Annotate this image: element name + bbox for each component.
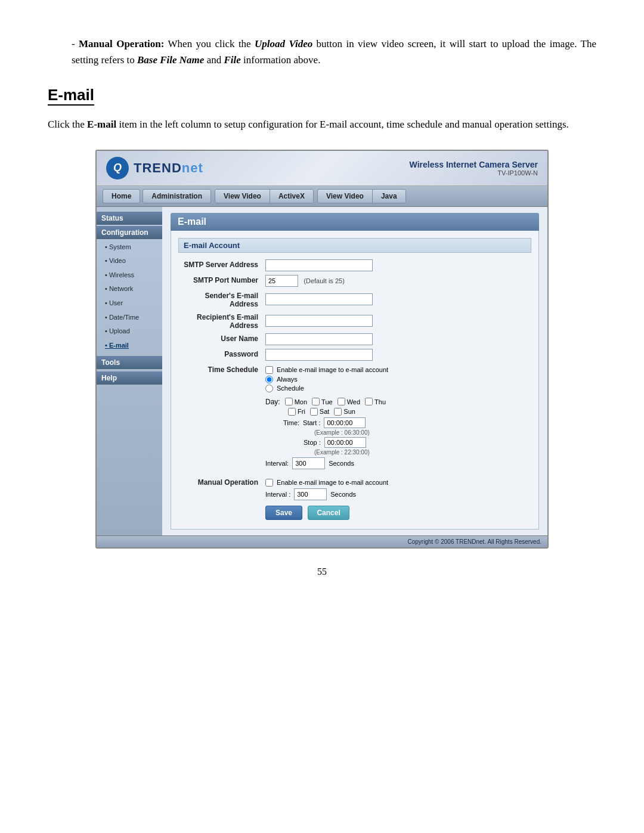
smtp-server-input[interactable] <box>265 259 373 271</box>
day-label: Day: <box>265 398 280 406</box>
time-schedule-value: Enable e-mail image to e-mail account Al… <box>262 363 531 475</box>
enable-email-checkbox[interactable] <box>265 366 273 374</box>
manual-operation-row: Manual Operation Enable e-mail image to … <box>178 475 531 504</box>
interval-input[interactable] <box>292 457 325 469</box>
password-row: Password <box>178 347 531 363</box>
desc-prefix: Click the <box>48 119 87 130</box>
start-label: Start : <box>303 419 320 426</box>
smtp-port-value-cell: (Default is 25) <box>262 273 531 289</box>
start-time-input[interactable] <box>324 417 366 428</box>
view-video-activex-button[interactable]: View Video <box>215 190 270 203</box>
sun-checkbox[interactable] <box>334 408 342 416</box>
intro-paragraph: - Manual Operation: When you click the U… <box>48 36 596 68</box>
always-radio[interactable] <box>265 376 273 383</box>
product-info: Wireless Internet Camera Server TV-IP100… <box>410 160 538 176</box>
save-button[interactable]: Save <box>265 506 302 520</box>
time-section: Time: Start : (Example : 06:30:00) <box>283 417 528 456</box>
thu-item: Thu <box>365 398 386 405</box>
smtp-server-label: SMTP Server Address <box>178 258 262 273</box>
sidebar-item-network[interactable]: • Network <box>97 282 162 296</box>
smtp-port-label: SMTP Port Number <box>178 273 262 289</box>
product-model: TV-IP100W-N <box>410 169 538 176</box>
smtp-server-row: SMTP Server Address <box>178 258 531 273</box>
base-file-name-bolditalic: Base File Name <box>137 54 204 66</box>
intro-final: information above. <box>241 54 321 66</box>
sat-label: Sat <box>320 408 330 415</box>
mon-checkbox[interactable] <box>285 398 293 405</box>
fri-label: Fri <box>298 408 305 415</box>
sidebar-section-help[interactable]: Help <box>97 371 162 385</box>
intro-prefix: - <box>72 38 79 49</box>
page-number: 55 <box>48 566 596 577</box>
sidebar-item-user[interactable]: • User <box>97 296 162 311</box>
sidebar-item-email[interactable]: • E-mail <box>97 339 162 353</box>
manual-operation-value: Enable e-mail image to e-mail account In… <box>262 475 531 504</box>
home-button[interactable]: Home <box>103 189 140 203</box>
username-input[interactable] <box>265 333 373 345</box>
product-title: Wireless Internet Camera Server <box>410 160 538 169</box>
sidebar-item-wireless[interactable]: • Wireless <box>97 268 162 283</box>
sender-row: Sender's E-mail Address <box>178 289 531 310</box>
manual-seconds-text: Seconds <box>330 491 356 498</box>
mon-item: Mon <box>285 398 307 405</box>
manual-enable-checkbox[interactable] <box>265 479 273 487</box>
smtp-port-input[interactable] <box>265 275 298 287</box>
thu-label: Thu <box>374 398 386 405</box>
buttons-row: Save Cancel <box>178 504 531 522</box>
ui-footer: Copyright © 2006 TRENDnet. All Rights Re… <box>97 535 547 547</box>
stop-example-row: (Example : 22:30:00) <box>283 449 528 456</box>
java-button[interactable]: Java <box>373 190 405 203</box>
day-row1: Day: Mon Tue Wed Thu <box>265 398 528 406</box>
sat-checkbox[interactable] <box>310 408 318 416</box>
sidebar-section-tools[interactable]: Tools <box>97 356 162 369</box>
sender-input[interactable] <box>265 293 373 305</box>
activex-button[interactable]: ActiveX <box>270 190 313 203</box>
smtp-server-value <box>262 258 531 273</box>
manual-interval-label: Interval : <box>265 491 290 498</box>
stop-time-row: Stop : <box>283 437 528 448</box>
email-bold: E-mail <box>87 119 116 130</box>
thu-checkbox[interactable] <box>365 398 373 405</box>
wed-label: Wed <box>347 398 360 405</box>
recipient-input[interactable] <box>265 315 373 327</box>
manual-interval-row: Interval : Seconds <box>265 488 528 500</box>
sidebar-section-status[interactable]: Status <box>97 212 162 225</box>
logo-text: TRENDnet <box>134 160 203 176</box>
sidebar-item-system[interactable]: • System <box>97 240 162 255</box>
camera-ui-container: Q TRENDnet Wireless Internet Camera Serv… <box>95 150 549 549</box>
stop-example: (Example : 22:30:00) <box>314 449 370 456</box>
username-value <box>262 332 531 347</box>
ui-header: Q TRENDnet Wireless Internet Camera Serv… <box>97 151 547 186</box>
recipient-label: Recipient's E-mail Address <box>178 310 262 332</box>
form-section-title: E-mail Account <box>178 238 531 253</box>
cancel-button[interactable]: Cancel <box>308 506 349 520</box>
view-video-java-button[interactable]: View Video <box>318 190 373 203</box>
fri-checkbox[interactable] <box>288 408 296 416</box>
password-input[interactable] <box>265 349 373 361</box>
sidebar-item-datetime[interactable]: • Date/Time <box>97 311 162 325</box>
schedule-radio[interactable] <box>265 385 273 392</box>
recipient-value <box>262 310 531 332</box>
wed-checkbox[interactable] <box>338 398 345 405</box>
time-schedule-row: Time Schedule Enable e-mail image to e-m… <box>178 363 531 475</box>
stop-label: Stop : <box>304 439 321 446</box>
ui-navbar: Home Administration View Video ActiveX V… <box>97 186 547 207</box>
start-example-row: (Example : 06:30:00) <box>283 429 528 436</box>
tue-checkbox[interactable] <box>312 398 320 405</box>
wed-item: Wed <box>338 398 360 405</box>
manual-interval-input[interactable] <box>294 488 327 500</box>
schedule-text: Schedule <box>277 385 304 392</box>
fri-item: Fri <box>288 408 305 416</box>
sidebar-item-upload[interactable]: • Upload <box>97 324 162 339</box>
stop-time-input[interactable] <box>324 437 366 448</box>
logo-area: Q TRENDnet <box>106 157 203 179</box>
intro-text1: When you click the <box>164 38 255 49</box>
schedule-grid: Day: Mon Tue Wed Thu Fri Sat <box>265 394 528 473</box>
time-schedule-label: Time Schedule <box>178 363 262 475</box>
ui-content: E-mail E-mail Account SMTP Server Addres… <box>162 207 547 535</box>
administration-button[interactable]: Administration <box>143 189 211 203</box>
username-label: User Name <box>178 332 262 347</box>
view-video-java-group: View Video Java <box>317 189 406 203</box>
sidebar-section-configuration[interactable]: Configuration <box>97 226 162 239</box>
sidebar-item-video[interactable]: • Video <box>97 254 162 268</box>
